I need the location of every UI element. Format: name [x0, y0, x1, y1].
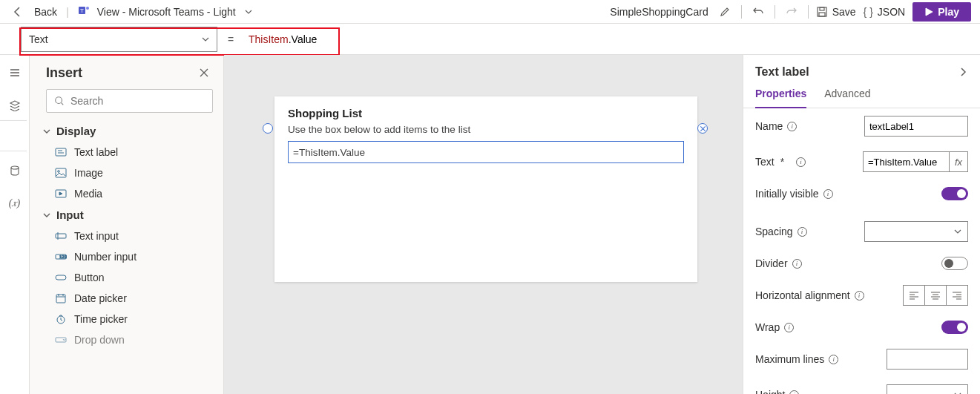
label: Initially visible [755, 188, 819, 200]
wrap-toggle[interactable] [941, 321, 968, 334]
visible-toggle[interactable] [941, 187, 968, 200]
svg-point-6 [11, 166, 19, 169]
separator: | [66, 6, 69, 18]
card-title: Shopping List [274, 96, 697, 124]
name-input[interactable] [864, 116, 968, 137]
info-icon[interactable]: i [829, 355, 838, 364]
number-input-icon: 123 [55, 251, 67, 263]
search-icon [54, 96, 65, 106]
rail-variables-button[interactable]: (𝑥) [6, 194, 24, 212]
prop-visible-row: Initially visiblei [743, 180, 980, 208]
item-image[interactable]: Image [30, 162, 223, 183]
image-icon [55, 167, 67, 179]
fx-button[interactable]: fx [949, 151, 968, 172]
item-number-input[interactable]: 123Number input [30, 246, 223, 267]
chevron-down-icon [43, 128, 50, 135]
close-panel-button[interactable] [195, 64, 213, 82]
chevron-right-icon[interactable] [958, 67, 968, 77]
back-label: Back [34, 6, 57, 18]
info-icon[interactable]: i [784, 323, 794, 332]
text-input-icon [55, 230, 67, 242]
info-icon[interactable]: i [789, 390, 799, 395]
equals-icon: = [222, 33, 240, 45]
maxlines-input[interactable] [887, 349, 968, 370]
view-dropdown[interactable]: View - Microsoft Teams - Light [97, 6, 236, 18]
spacing-select[interactable] [864, 221, 968, 242]
item-media[interactable]: Media [30, 183, 223, 204]
align-right-button[interactable] [946, 285, 968, 306]
prop-text-row: Text* i fx [743, 144, 980, 180]
svg-point-7 [56, 97, 62, 104]
selected-text-label[interactable]: =ThisItem.Value [288, 141, 684, 163]
edit-name-button[interactable] [716, 3, 734, 21]
text-label-icon [55, 146, 67, 158]
json-button[interactable]: { } JSON [864, 6, 906, 18]
prop-divider-row: Divideri [743, 249, 980, 278]
formula-token-thisitem: ThisItem [249, 33, 289, 45]
align-left-button[interactable] [903, 285, 925, 306]
group-display[interactable]: Display [30, 120, 223, 142]
svg-point-10 [58, 171, 60, 173]
prop-wrap-row: Wrapi [743, 313, 980, 341]
required-star: * [780, 156, 784, 168]
label: Spacing [755, 226, 793, 237]
info-icon[interactable]: i [855, 291, 864, 301]
left-rail: (𝑥) [0, 55, 30, 394]
divider-toggle[interactable] [941, 257, 968, 270]
play-label: Play [938, 6, 959, 18]
text-input[interactable] [863, 151, 949, 172]
calendar-icon [55, 292, 67, 304]
property-dropdown[interactable]: Text [21, 27, 217, 52]
selection-move-handle[interactable] [263, 123, 273, 134]
info-icon[interactable]: i [796, 157, 806, 167]
button-icon [55, 272, 67, 283]
info-icon[interactable]: i [798, 227, 807, 237]
label: Text [755, 156, 775, 168]
item-label: Image [74, 167, 103, 179]
canvas[interactable]: Shopping List Use the box below to add i… [224, 55, 743, 394]
tab-properties[interactable]: Properties [755, 88, 806, 108]
selection-delete-handle[interactable] [697, 123, 708, 134]
align-center-button[interactable] [924, 285, 947, 306]
label: Height [755, 389, 785, 394]
formula-input[interactable]: ThisItem.Value [244, 27, 346, 52]
json-label: JSON [878, 6, 905, 18]
item-label: Date picker [74, 292, 127, 304]
separator [741, 5, 742, 19]
item-drop-down[interactable]: Drop down [30, 329, 223, 350]
item-text-label[interactable]: Text label [30, 142, 223, 162]
search-input[interactable] [46, 89, 213, 113]
info-icon[interactable]: i [787, 122, 797, 131]
info-icon[interactable]: i [792, 259, 802, 269]
props-title: Text label [755, 65, 809, 79]
svg-text:123: 123 [59, 255, 67, 259]
save-button[interactable]: Save [816, 6, 856, 18]
item-time-picker[interactable]: Time picker [30, 309, 223, 329]
group-input[interactable]: Input [30, 204, 223, 226]
media-icon [55, 188, 67, 200]
item-date-picker[interactable]: Date picker [30, 288, 223, 309]
rail-layers-button[interactable] [6, 96, 24, 114]
prop-halign-row: Horizontal alignmenti [743, 278, 980, 313]
undo-button[interactable] [749, 3, 767, 21]
rail-tree-button[interactable] [6, 64, 24, 82]
play-button[interactable]: Play [912, 2, 971, 22]
dropdown-icon [55, 334, 67, 346]
item-button[interactable]: Button [30, 267, 223, 288]
chevron-down-icon [202, 36, 209, 43]
shopping-card[interactable]: Shopping List Use the box below to add i… [274, 96, 697, 282]
rail-insert-button[interactable] [6, 129, 24, 147]
insert-panel: Insert Display Text label Image Media In… [30, 55, 224, 394]
rail-data-button[interactable] [6, 162, 24, 180]
search-field[interactable] [70, 95, 205, 107]
prop-spacing-row: Spacingi [743, 214, 980, 249]
group-label: Display [56, 125, 96, 137]
tab-advanced[interactable]: Advanced [824, 88, 870, 108]
redo-button[interactable] [783, 3, 800, 21]
item-label: Number input [74, 251, 137, 263]
item-label: Time picker [74, 313, 128, 325]
height-select[interactable] [887, 384, 968, 394]
info-icon[interactable]: i [823, 189, 833, 199]
item-text-input[interactable]: Text input [30, 226, 223, 246]
back-button[interactable] [9, 3, 27, 21]
